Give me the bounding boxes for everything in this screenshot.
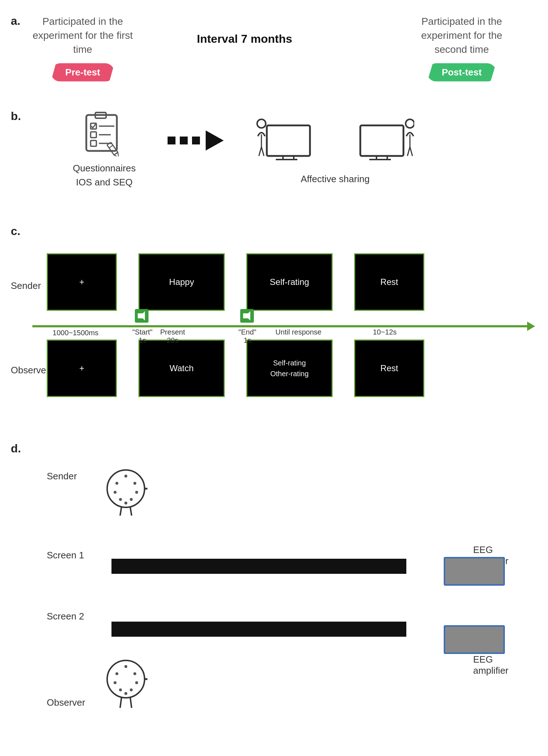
svg-line-16 <box>259 147 261 156</box>
receiver-computer-icon <box>346 115 414 169</box>
section-b: b. <box>0 106 548 210</box>
sound-end-icon <box>240 309 254 323</box>
svg-point-42 <box>115 672 118 675</box>
observer-head-svg <box>104 658 147 733</box>
pre-test-badge: Pre-test <box>51 63 115 82</box>
timeline-arrow <box>32 325 529 327</box>
interval-block: Interval 7 months <box>176 32 313 46</box>
sender-computer-icon <box>256 115 324 169</box>
b-content: Questionnaires IOS and SEQ <box>29 106 532 189</box>
sender-fixation-screen: + <box>47 253 117 311</box>
svg-marker-9 <box>114 152 120 156</box>
sender-head-svg <box>104 456 147 525</box>
svg-line-24 <box>410 147 412 156</box>
svg-point-33 <box>114 491 117 494</box>
screen-bar-2 <box>111 622 406 637</box>
svg-line-10 <box>109 145 113 148</box>
post-test-block: Participated in the experiment for the s… <box>404 14 519 82</box>
section-a-label: a. <box>11 14 20 28</box>
svg-line-50 <box>130 697 132 708</box>
observer-rest-screen: Rest <box>354 340 424 397</box>
svg-rect-18 <box>360 125 403 156</box>
affective-icons <box>256 115 414 169</box>
svg-line-38 <box>120 507 122 516</box>
eeg-box-2 <box>444 625 505 654</box>
questionnaire-block: Questionnaires IOS and SEQ <box>54 110 155 189</box>
svg-point-36 <box>130 498 133 501</box>
dot2 <box>180 137 188 144</box>
eeg-box-1 <box>444 557 505 586</box>
questionnaire-text: Questionnaires IOS and SEQ <box>73 161 136 189</box>
svg-point-44 <box>114 681 117 684</box>
svg-line-17 <box>261 147 264 156</box>
tl-until: Until response <box>259 328 338 336</box>
screen1-label: Screen 1 <box>47 550 84 561</box>
sender-selfrating-screen: Self-rating <box>246 253 333 311</box>
sender-rest-screen: Rest <box>354 253 424 311</box>
svg-rect-11 <box>267 125 310 156</box>
svg-point-45 <box>135 681 138 684</box>
tl-end: "End"1s <box>233 328 262 345</box>
observer-fixation-screen: + <box>47 340 117 397</box>
svg-point-48 <box>124 692 127 695</box>
observer-watch-screen: Watch <box>138 340 225 397</box>
svg-point-14 <box>257 119 266 128</box>
screen2-label: Screen 2 <box>47 611 84 622</box>
sender-happy-screen: Happy <box>138 253 225 311</box>
pre-test-block: Participated in the experiment for the f… <box>29 14 137 82</box>
svg-point-30 <box>124 475 127 478</box>
section-b-label: b. <box>11 110 21 123</box>
svg-point-21 <box>406 119 414 128</box>
svg-point-41 <box>124 665 127 668</box>
tl-present: Present20s <box>151 328 194 345</box>
svg-point-31 <box>115 482 118 485</box>
svg-point-34 <box>135 491 138 494</box>
post-test-badge: Post-test <box>427 63 496 82</box>
section-d: d. Sender Screen 1 Screen 2 Observer EEG… <box>0 438 548 747</box>
eeg2-label: EEG amplifier <box>473 654 508 676</box>
sender-label-d: Sender <box>47 471 77 482</box>
dots-arrow <box>165 130 224 151</box>
svg-point-35 <box>119 498 122 501</box>
sender-label-c: Sender <box>11 280 41 291</box>
section-c-label: c. <box>11 225 20 238</box>
observer-label-d: Observer <box>47 697 85 708</box>
interval-text: Interval 7 months <box>176 32 313 46</box>
svg-point-37 <box>124 502 127 504</box>
observer-rating-screen: Self-ratingOther-rating <box>246 340 333 397</box>
svg-point-32 <box>133 482 136 485</box>
affective-text: Affective sharing <box>301 174 370 185</box>
section-c: c. Sender Observer + Happy Self-rating R… <box>0 221 548 422</box>
dot3 <box>192 137 200 144</box>
svg-point-47 <box>130 688 133 691</box>
post-test-desc: Participated in the experiment for the s… <box>404 14 519 57</box>
tl-1000ms: 1000~1500ms <box>41 329 110 337</box>
section-a: a. Participated in the experiment for th… <box>0 7 548 101</box>
screen-bar-1 <box>111 559 406 574</box>
section-d-label: d. <box>11 442 21 455</box>
svg-line-49 <box>120 697 122 708</box>
svg-point-43 <box>133 672 136 675</box>
svg-rect-3 <box>91 132 96 138</box>
svg-line-23 <box>407 147 410 156</box>
questionnaire-icon <box>81 110 128 156</box>
arrow-right <box>206 130 224 151</box>
pre-test-desc: Participated in the experiment for the f… <box>29 14 137 57</box>
affective-block: Affective sharing <box>256 115 414 185</box>
svg-line-39 <box>130 507 132 516</box>
dot1 <box>168 137 175 144</box>
tl-10s: 10~12s <box>356 328 414 336</box>
sound-start-icon <box>135 309 149 323</box>
observer-label-c: Observer <box>11 365 49 376</box>
svg-rect-4 <box>91 140 96 146</box>
svg-point-46 <box>119 688 122 691</box>
